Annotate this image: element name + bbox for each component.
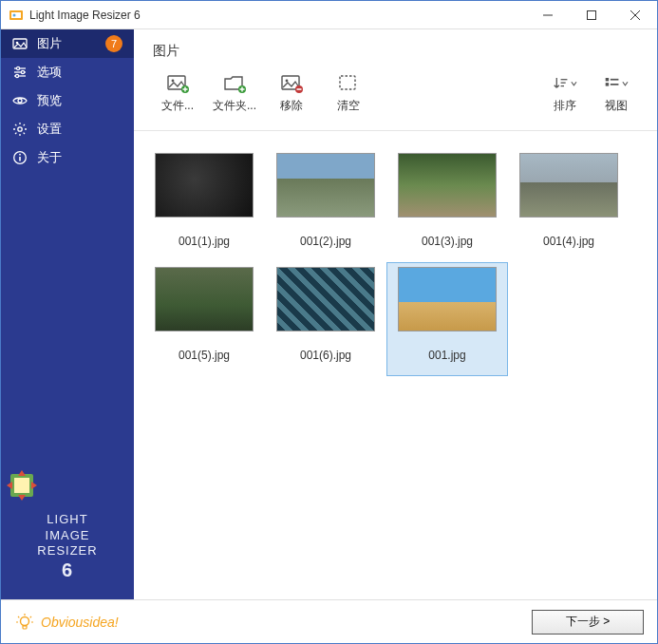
sliders-icon <box>12 65 28 80</box>
thumbnail-image <box>276 267 375 331</box>
thumbnail-image <box>155 153 254 218</box>
tool-label: 排序 <box>554 98 576 114</box>
file-add-icon <box>165 73 190 94</box>
svg-rect-29 <box>340 76 355 89</box>
thumbnail-item[interactable]: 001(3).jpg <box>386 148 508 262</box>
titlebar: Light Image Resizer 6 <box>1 1 657 29</box>
thumbnail-image <box>155 267 254 331</box>
thumbnail-grid: 001(1).jpg001(2).jpg001(3).jpg001(4).jpg… <box>143 148 648 376</box>
images-icon <box>12 36 28 51</box>
svg-rect-34 <box>606 83 609 85</box>
eye-icon <box>12 93 28 108</box>
sidebar-item-about[interactable]: 关于 <box>1 143 134 172</box>
svg-point-19 <box>19 154 21 156</box>
sort-button[interactable]: 排序 <box>541 71 589 121</box>
sidebar-logo: LIGHT IMAGE RESIZER 6 <box>1 453 134 599</box>
window-title: Light Image Resizer 6 <box>29 9 526 22</box>
view-icon <box>604 73 629 94</box>
thumbnail-label: 001(3).jpg <box>422 235 473 248</box>
tool-label: 视图 <box>605 98 628 114</box>
sidebar-badge: 7 <box>105 35 122 52</box>
sidebar-item-label: 设置 <box>37 121 122 138</box>
logo-version: 6 <box>1 559 134 582</box>
svg-point-27 <box>286 80 289 83</box>
svg-rect-33 <box>606 78 609 81</box>
sort-icon <box>553 73 577 94</box>
logo-line: RESIZER <box>37 543 97 558</box>
svg-point-2 <box>13 13 16 16</box>
sidebar-item-label: 关于 <box>37 149 122 166</box>
svg-point-12 <box>21 70 24 73</box>
thumbnail-item[interactable]: 001(5).jpg <box>143 262 265 376</box>
svg-rect-35 <box>611 79 619 81</box>
footer: Obviousidea! 下一步 > <box>1 599 657 643</box>
app-logo-icon <box>1 464 43 506</box>
thumbnail-item[interactable]: 001(1).jpg <box>143 148 265 262</box>
tool-label: 文件... <box>161 98 194 114</box>
thumbnail-label: 001(2).jpg <box>300 235 351 248</box>
svg-point-23 <box>172 80 175 83</box>
close-button[interactable] <box>613 1 657 29</box>
add-folder-button[interactable]: 文件夹... <box>208 71 261 121</box>
app-window: Light Image Resizer 6 图片 7 选 <box>0 0 658 644</box>
remove-icon <box>279 73 304 94</box>
remove-button[interactable]: 移除 <box>265 71 318 121</box>
thumbnail-image <box>519 153 618 218</box>
clear-icon <box>336 73 361 94</box>
thumbnail-item[interactable]: 001(6).jpg <box>265 262 386 376</box>
svg-rect-4 <box>588 10 596 19</box>
view-button[interactable]: 视图 <box>592 71 640 121</box>
svg-point-14 <box>15 74 18 77</box>
chevron-down-icon <box>571 80 577 87</box>
info-icon <box>12 150 28 165</box>
tool-label: 移除 <box>280 98 303 114</box>
logo-line: IMAGE <box>46 528 90 542</box>
tool-label: 清空 <box>337 98 360 114</box>
logo-text: LIGHT IMAGE RESIZER 6 <box>1 512 134 582</box>
sidebar-item-label: 预览 <box>37 92 122 109</box>
thumbnail-image <box>276 153 375 218</box>
thumbnail-image <box>398 153 497 218</box>
thumbnail-label: 001(1).jpg <box>179 235 230 248</box>
brand[interactable]: Obviousidea! <box>14 612 119 633</box>
tool-label: 文件夹... <box>213 98 256 114</box>
chevron-down-icon <box>622 80 629 87</box>
svg-point-37 <box>21 616 29 625</box>
sidebar-item-settings[interactable]: 设置 <box>1 115 134 143</box>
sidebar-item-preview[interactable]: 预览 <box>1 86 134 115</box>
toolbar: 文件... 文件夹... 移除 <box>134 67 657 131</box>
next-button[interactable]: 下一步 > <box>532 610 644 635</box>
thumbnail-item[interactable]: 001(2).jpg <box>265 148 386 262</box>
thumbnail-label: 001(4).jpg <box>543 235 594 248</box>
maximize-button[interactable] <box>570 1 613 29</box>
sidebar-item-label: 图片 <box>37 35 96 52</box>
thumbnail-label: 001(6).jpg <box>300 349 351 362</box>
gear-icon <box>12 122 28 137</box>
thumbnail-image <box>398 267 497 331</box>
thumbnail-item[interactable]: 001.jpg <box>386 262 508 376</box>
main-area: 图片 文件... 文件夹... <box>134 29 657 599</box>
page-title: 图片 <box>134 29 657 67</box>
sidebar-item-options[interactable]: 选项 <box>1 58 134 86</box>
svg-point-10 <box>16 66 19 69</box>
sidebar-item-label: 选项 <box>37 64 122 81</box>
thumbnail-area: 001(1).jpg001(2).jpg001(3).jpg001(4).jpg… <box>134 131 657 599</box>
thumbnail-item[interactable]: 001(4).jpg <box>508 148 630 262</box>
sidebar-item-images[interactable]: 图片 7 <box>1 29 134 58</box>
lightbulb-icon <box>14 612 35 633</box>
svg-rect-36 <box>611 84 619 85</box>
thumbnail-label: 001.jpg <box>428 349 465 362</box>
folder-add-icon <box>222 73 247 94</box>
svg-point-15 <box>18 99 22 103</box>
body: 图片 7 选项 预览 设置 <box>1 29 657 599</box>
logo-line: LIGHT <box>47 512 87 526</box>
svg-point-16 <box>18 127 22 131</box>
thumbnail-label: 001(5).jpg <box>179 349 230 362</box>
minimize-button[interactable] <box>526 1 570 29</box>
add-file-button[interactable]: 文件... <box>151 71 204 121</box>
sidebar: 图片 7 选项 预览 设置 <box>1 29 134 599</box>
brand-text: Obviousidea! <box>41 615 119 630</box>
app-icon <box>9 8 24 23</box>
clear-button[interactable]: 清空 <box>322 71 375 121</box>
sidebar-spacer <box>1 172 134 453</box>
